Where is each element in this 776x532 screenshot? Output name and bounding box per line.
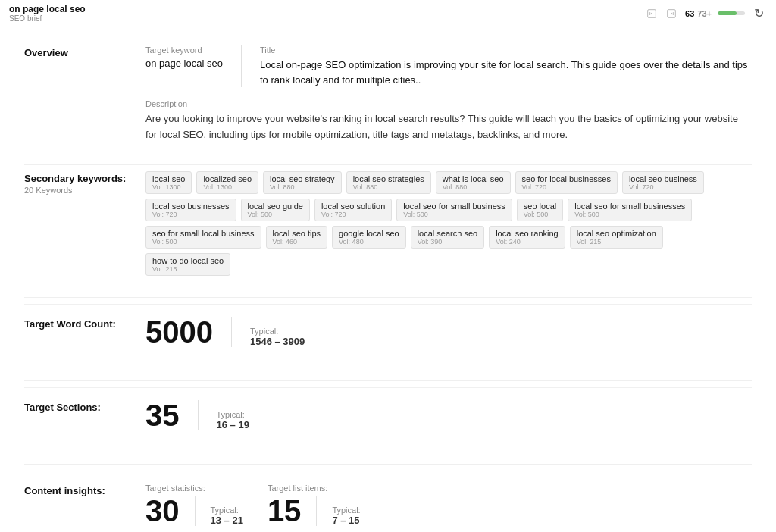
score-bar <box>718 11 745 15</box>
word-count-content: 5000 Typical: 1546 – 3909 <box>146 317 752 347</box>
keyword-tag: local seo businessesVol: 720 <box>146 199 236 221</box>
insights-row: Target statistics: 30 Typical: 13 – 21 T… <box>146 483 752 526</box>
overview-keyword-block: Target keyword on page local seo <box>146 45 242 87</box>
title-label: Title <box>260 45 752 55</box>
word-count-typical-label: Typical: <box>250 327 305 336</box>
keyword-vol: Vol: 1300 <box>152 183 181 191</box>
keyword-tag: local seo for small businessesVol: 500 <box>568 199 692 221</box>
keyword-vol: Vol: 500 <box>574 211 599 218</box>
score-plus: 73+ <box>697 9 712 18</box>
overview-title-block: Title Local on-page SEO optimization is … <box>260 45 752 87</box>
stats-value: 30 <box>146 496 180 526</box>
metric-divider <box>231 317 232 347</box>
nav-forward-button[interactable] <box>664 6 679 21</box>
keyword-tag: local seo optimizationVol: 215 <box>570 226 663 249</box>
nav-back-button[interactable] <box>644 6 659 21</box>
keyword-tag: local seo for small businessVol: 500 <box>396 199 512 221</box>
insights-content: Target statistics: 30 Typical: 13 – 21 T… <box>146 483 752 526</box>
word-count-label: Target Word Count: <box>24 317 146 330</box>
divider-3 <box>24 380 752 381</box>
keywords-content: local seoVol: 1300localized seoVol: 1300… <box>146 171 752 276</box>
keyword-tag: local seoVol: 1300 <box>146 171 192 194</box>
keyword-tag: local seo guideVol: 500 <box>241 199 310 221</box>
keyword-vol: Vol: 460 <box>273 238 298 246</box>
keyword-vol: Vol: 500 <box>524 211 549 218</box>
keyword-vol: Vol: 720 <box>152 211 177 218</box>
sections-divider <box>198 400 199 430</box>
keyword-name: local seo for small business <box>403 202 505 211</box>
keyword-name: local seo businesses <box>152 202 230 211</box>
keyword-vol: Vol: 500 <box>152 238 177 246</box>
refresh-button[interactable]: ↻ <box>751 5 767 22</box>
keyword-vol: Vol: 215 <box>577 238 602 246</box>
divider-2 <box>24 297 752 298</box>
keyword-tag: google local seoVol: 480 <box>332 226 406 249</box>
overview-grid: Target keyword on page local seo Title L… <box>146 45 752 87</box>
target-keyword-value: on page local seo <box>146 58 223 69</box>
keyword-name: local seo <box>152 174 185 183</box>
keyword-name: local seo business <box>629 174 697 183</box>
target-keyword-label: Target keyword <box>146 45 223 55</box>
header-left: on page local seo SEO brief <box>9 4 86 23</box>
keyword-tag: local seo solutionVol: 720 <box>314 199 392 221</box>
divider-4 <box>24 464 752 465</box>
description-value: Are you looking to improve your website'… <box>146 111 752 143</box>
overview-content: Target keyword on page local seo Title L… <box>146 45 752 143</box>
keyword-tag: seo for local businessesVol: 720 <box>515 171 618 194</box>
sections-value: 35 <box>146 400 180 430</box>
stats-divider <box>195 496 196 526</box>
keyword-vol: Vol: 720 <box>522 183 547 191</box>
stats-target-label: Target statistics: <box>146 483 243 493</box>
keyword-vol: Vol: 880 <box>270 183 295 191</box>
score-display: 63 73+ <box>685 9 712 18</box>
list-divider <box>316 496 317 526</box>
insights-label: Content insights: <box>24 483 146 496</box>
keywords-count: 20 Keywords <box>24 186 146 195</box>
content-insights-section: Content insights: Target statistics: 30 … <box>24 471 752 532</box>
sections-label: Target Sections: <box>24 400 146 413</box>
keyword-name: local seo ranking <box>496 229 559 238</box>
keyword-name: local seo strategies <box>353 174 424 183</box>
main-content: Overview Target keyword on page local se… <box>0 27 776 532</box>
list-target-label: Target list items: <box>268 483 361 493</box>
keyword-name: seo local <box>524 202 556 211</box>
word-count-typical: Typical: 1546 – 3909 <box>250 327 305 347</box>
stats-typical: Typical: 13 – 21 <box>211 505 243 526</box>
app-header: on page local seo SEO brief 63 73 <box>0 0 776 27</box>
keyword-name: google local seo <box>339 229 399 238</box>
keyword-name: seo for small local business <box>152 229 255 238</box>
keyword-vol: Vol: 720 <box>629 183 654 191</box>
stats-typical-label: Typical: <box>211 505 243 515</box>
keyword-name: seo for local businesses <box>522 174 611 183</box>
keyword-vol: Vol: 215 <box>152 265 177 273</box>
sections-typical-range: 16 – 19 <box>217 419 249 430</box>
word-count-section: Target Word Count: 5000 Typical: 1546 – … <box>24 304 752 359</box>
keyword-tag: local search seoVol: 390 <box>411 226 485 249</box>
nav-icons <box>644 6 679 21</box>
sections-typical-label: Typical: <box>217 410 249 419</box>
target-sections-section: Target Sections: 35 Typical: 16 – 19 <box>24 387 752 443</box>
keyword-vol: Vol: 500 <box>248 211 273 218</box>
list-metric-row: 15 Typical: 7 – 15 <box>268 496 361 526</box>
keyword-name: local seo optimization <box>577 229 656 238</box>
keyword-name: local seo for small businesses <box>574 202 685 211</box>
keyword-name: local seo solution <box>321 202 385 211</box>
keyword-tag: seo localVol: 500 <box>517 199 563 221</box>
score-bar-fill <box>718 11 737 15</box>
keyword-name: local seo tips <box>273 229 321 238</box>
keyword-name: what is local seo <box>443 174 504 183</box>
keyword-name: local seo strategy <box>270 174 335 183</box>
keywords-label: Secondary keywords: 20 Keywords <box>24 171 146 195</box>
list-value: 15 <box>268 496 302 526</box>
page-subtitle: SEO brief <box>9 14 86 23</box>
keyword-tag: localized seoVol: 1300 <box>196 171 258 194</box>
list-typical-label: Typical: <box>332 505 360 515</box>
word-count-metric-row: 5000 Typical: 1546 – 3909 <box>146 317 752 347</box>
keyword-name: localized seo <box>203 174 252 183</box>
sections-typical: Typical: 16 – 19 <box>217 410 249 430</box>
word-count-value: 5000 <box>146 317 213 347</box>
keyword-tag: what is local seoVol: 880 <box>436 171 511 194</box>
keyword-name: local seo guide <box>248 202 303 211</box>
keyword-tag: local seo strategiesVol: 880 <box>346 171 431 194</box>
keyword-vol: Vol: 240 <box>496 238 521 246</box>
